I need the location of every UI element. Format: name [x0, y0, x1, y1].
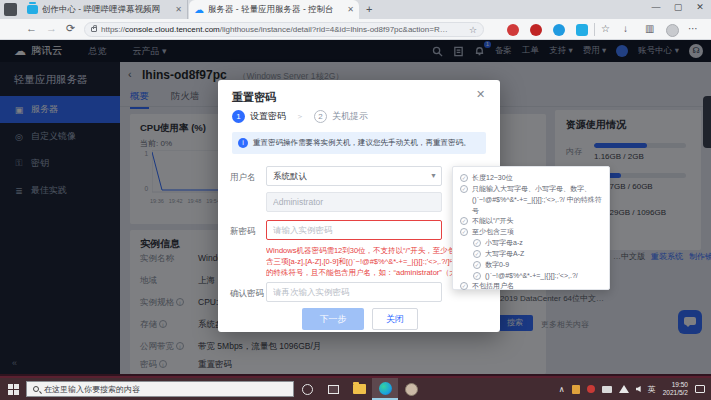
close-button[interactable]: ✕	[689, 0, 711, 16]
rule-item: ✓()`~!@#$%^&*-+=_|{}[]:;'<>,.?/	[473, 271, 602, 282]
rule-item: ✓不能以“/”开头	[460, 216, 602, 227]
volume-icon[interactable]	[636, 386, 641, 392]
tray-expand-icon[interactable]: ∧	[559, 385, 565, 394]
password-rules-tooltip: ✓长度12~30位 ✓只能输入大写字母、小写字母、数字、()`~!@#$%^&*…	[452, 166, 610, 290]
extension-icon-1[interactable]	[507, 24, 519, 36]
minimize-button[interactable]: —	[645, 0, 667, 16]
network-icon[interactable]	[619, 385, 629, 393]
info-banner: i 重置密码操作需要将实例关机，建议您先手动关机，再重置密码。	[232, 132, 486, 154]
modal-close-button[interactable]: 关闭	[372, 308, 418, 330]
rule-item: ✓不包括用户名	[460, 281, 602, 292]
check-circle-icon: ✓	[460, 185, 468, 193]
taskbar-clock[interactable]: 19:50 2021/5/2	[663, 381, 688, 398]
forward-button[interactable]: →	[46, 22, 57, 34]
fixed-username-input	[266, 192, 442, 212]
collections-icon[interactable]: ▥	[645, 23, 654, 34]
cortana-button[interactable]	[294, 378, 320, 400]
check-circle-icon: ✓	[473, 272, 481, 280]
modal-steps: 1设置密码 ＞ 2关机提示	[232, 110, 368, 123]
toolbar-divider	[594, 23, 595, 36]
step-2-circle: 2	[314, 110, 327, 123]
check-circle-icon: ✓	[460, 282, 468, 290]
new-tab-button[interactable]: +	[366, 3, 372, 15]
task-view-button[interactable]	[320, 378, 346, 400]
settings-more-icon[interactable]: ⋯	[688, 23, 698, 34]
bookmark-star-icon[interactable]: ☆	[469, 25, 477, 35]
check-circle-icon: ✓	[473, 239, 481, 247]
start-button[interactable]	[0, 378, 26, 400]
lock-icon	[91, 27, 97, 32]
rule-item: ✓只能输入大写字母、小写字母、数字、()`~!@#$%^&*-+=_|{}[]:…	[460, 184, 602, 217]
new-password-input[interactable]	[266, 220, 442, 240]
browser-tab-bilibili[interactable]: 创作中心 - 哔哩哔哩弹幕视频网 ✕	[22, 0, 188, 19]
battery-icon[interactable]	[572, 385, 580, 394]
password-error-text: Windows机器密码需12到30位，不支持以“/”开头，至少包含三项[a-z]…	[266, 246, 462, 280]
info-icon: i	[238, 138, 248, 148]
tab-close-icon[interactable]: ✕	[175, 5, 182, 14]
browser-window-icon[interactable]	[4, 3, 17, 16]
confirm-password-label: 确认密码	[230, 288, 264, 300]
downloads-icon[interactable]: ↓	[623, 23, 628, 34]
check-circle-icon: ✓	[460, 174, 468, 182]
rule-item: ✓大写字母A-Z	[473, 249, 602, 260]
taskbar: 在这里输入你要搜索的内容 ∧ 英 19:50 2021/5/2	[0, 378, 711, 400]
step-1-circle: 1	[232, 110, 245, 123]
new-password-label: 新密码	[230, 226, 256, 238]
desktop: 创作中心 - 哔哩哔哩弹幕视频网 ✕ ☁ 服务器 - 轻量应用服务器 - 控制台…	[0, 0, 711, 400]
check-circle-icon: ✓	[460, 228, 468, 236]
tab-title: 创作中心 - 哔哩哔哩弹幕视频网	[42, 4, 171, 16]
pinned-app-button[interactable]	[398, 378, 424, 400]
bilibili-favicon-icon	[27, 5, 38, 14]
rule-item: ✓数字0-9	[473, 260, 602, 271]
username-select[interactable]: 系统默认	[266, 166, 442, 186]
profile-avatar[interactable]	[666, 24, 679, 37]
check-circle-icon: ✓	[473, 250, 481, 258]
file-explorer-button[interactable]	[346, 378, 372, 400]
search-icon	[33, 386, 39, 392]
rule-item: ✓长度12~30位	[460, 173, 602, 184]
taskbar-search-box[interactable]: 在这里输入你要搜索的内容	[26, 381, 294, 397]
check-circle-icon: ✓	[460, 217, 468, 225]
tab-close-icon[interactable]: ✕	[347, 5, 354, 14]
edge-icon	[379, 382, 392, 395]
address-bar[interactable]: https://console.cloud.tencent.com/lighth…	[84, 22, 484, 37]
modal-close-icon[interactable]: ✕	[476, 88, 485, 101]
confirm-password-input[interactable]	[266, 282, 442, 302]
extension-icon-3[interactable]	[553, 24, 565, 36]
bilibili-extension-icon[interactable]	[576, 24, 588, 36]
edge-taskbar-button[interactable]	[372, 378, 398, 400]
favorites-icon[interactable]: ☆	[601, 23, 610, 34]
modal-title: 重置密码	[232, 90, 276, 105]
browser-tab-tencent-console[interactable]: ☁ 服务器 - 轻量应用服务器 - 控制台 ✕	[189, 0, 359, 19]
ime-indicator[interactable]: 英	[648, 384, 656, 395]
next-step-button[interactable]: 下一步	[302, 308, 364, 330]
rule-item: ✓小写字母a-z	[473, 238, 602, 249]
step-arrow-icon: ＞	[296, 111, 304, 122]
username-label: 用户名	[230, 172, 256, 184]
url-text: https://console.cloud.tencent.com/lighth…	[101, 25, 465, 34]
keyboard-icon[interactable]	[602, 386, 612, 393]
tray-app-icon[interactable]	[587, 385, 595, 393]
system-tray: ∧ 英 19:50 2021/5/2	[559, 381, 711, 398]
reload-button[interactable]: ⟳	[66, 22, 75, 35]
maximize-button[interactable]: ▢	[667, 0, 689, 16]
extension-icon-2[interactable]	[530, 24, 542, 36]
chevron-down-icon: ▼	[430, 172, 437, 179]
check-circle-icon: ✓	[473, 261, 481, 269]
back-button[interactable]: ←	[26, 22, 37, 34]
tab-title: 服务器 - 轻量应用服务器 - 控制台	[208, 4, 343, 16]
action-center-icon[interactable]	[695, 385, 705, 393]
rule-item: ✓至少包含三项	[460, 227, 602, 238]
cloud-favicon-icon: ☁	[194, 5, 204, 15]
